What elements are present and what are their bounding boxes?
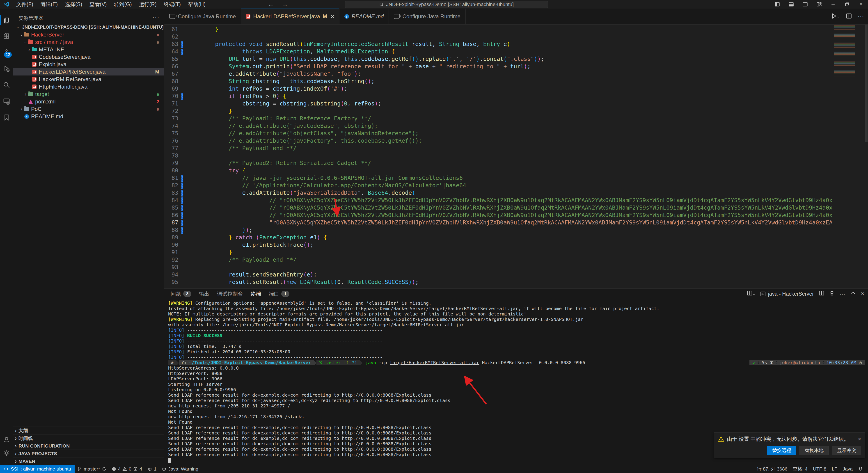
editor-more-actions-icon[interactable]: ··· — [858, 13, 864, 20]
forward-arrow-icon[interactable]: → — [282, 1, 288, 8]
encoding[interactable]: UTF-8 — [810, 465, 829, 473]
java-status[interactable]: Java: Warning — [159, 465, 201, 473]
java-cup-icon — [162, 467, 166, 471]
tree-item[interactable]: ⌄src / main / java — [13, 38, 164, 46]
panel-tab-端口[interactable]: 端口1 — [266, 289, 292, 299]
tree-item[interactable]: ⌄HackerServer — [13, 31, 164, 38]
branch-status[interactable]: master* — [74, 465, 109, 473]
menu-item[interactable]: 转到(G) — [110, 0, 135, 8]
layout-customize-icon[interactable] — [812, 0, 826, 8]
new-terminal-icon[interactable] — [747, 290, 755, 297]
source-control-activity-icon[interactable]: 12 — [0, 45, 13, 60]
restore-icon[interactable] — [840, 0, 854, 8]
chevron-icon: › — [15, 443, 17, 449]
tree-item[interactable]: HttpFileHandler.java — [13, 83, 164, 90]
sidebar-section-大纲[interactable]: ›大纲 — [13, 427, 164, 434]
cursor-position[interactable]: 行 87, 列 3686 — [754, 465, 790, 473]
toast-close-icon[interactable]: × — [858, 436, 861, 443]
kill-terminal-icon[interactable] — [829, 290, 835, 297]
nav-arrows: ← → — [268, 1, 288, 8]
split-terminal-icon[interactable] — [819, 290, 824, 297]
git-change-indicator — [181, 190, 183, 196]
code-editor[interactable]: 61 }6263 protected void sendResult(InMem… — [164, 25, 868, 288]
sidebar-section-MAVEN[interactable]: ›MAVEN — [13, 457, 164, 465]
code-line: 80 try { — [164, 167, 868, 175]
maximize-panel-icon[interactable] — [850, 290, 856, 297]
show-conflicts-button[interactable]: 显示冲突 — [832, 446, 861, 455]
tree-item[interactable]: ›META-INF — [13, 46, 164, 53]
toggle-panel-icon[interactable] — [784, 0, 798, 8]
replace-remote-button[interactable]: 替换远程 — [767, 446, 796, 455]
panel-more-actions-icon[interactable]: ··· — [840, 290, 845, 297]
line-number: 71 — [164, 100, 178, 107]
sidebar-section-时间线[interactable]: ›时间线 — [13, 434, 164, 442]
tree-item[interactable]: iREADME.md — [13, 113, 164, 120]
panel-tab-问题[interactable]: 问题8 — [167, 289, 194, 299]
code-line: 90 e1.printStackTrace(); — [164, 242, 868, 249]
toggle-sidebar-icon[interactable] — [770, 0, 784, 8]
eol[interactable]: LF — [829, 465, 840, 473]
menu-item[interactable]: 查看(V) — [86, 0, 111, 8]
menu-item[interactable]: 帮助(H) — [184, 0, 209, 8]
menu-item[interactable]: 文件(F) — [12, 0, 37, 8]
close-panel-icon[interactable]: × — [861, 290, 864, 297]
run-button[interactable] — [831, 13, 840, 20]
back-arrow-icon[interactable]: ← — [268, 1, 274, 8]
command-center-search[interactable]: JNDI-Exploit-Bypass-Demo [SSH: aliyun-ma… — [345, 1, 548, 8]
toggle-secondary-sidebar-icon[interactable] — [798, 0, 812, 8]
extensions-activity-icon[interactable] — [0, 29, 13, 44]
language-mode[interactable]: Java — [840, 465, 856, 473]
editor-tab[interactable]: HackerLDAPRefServer.javaM× — [241, 8, 339, 24]
menu-item[interactable]: 选择(S) — [61, 0, 86, 8]
remote-explorer-activity-icon[interactable] — [0, 94, 13, 108]
menu-item[interactable]: 终端(T) — [160, 0, 184, 8]
remote-indicator[interactable]: SSH: aliyun-machine-ubuntu — [0, 465, 74, 473]
tree-item[interactable]: HackerRMIRefServer.java — [13, 75, 164, 83]
code-line: 84 // "rO0ABXNyAC5qYXZheC5tYW5hZ2VtZW50L… — [164, 197, 868, 204]
editor-tab-bar: Configure Java RuntimeHackerLDAPRefServe… — [164, 8, 868, 25]
sidebar-section-JAVA PROJECTS[interactable]: ›JAVA PROJECTS — [13, 449, 164, 457]
tree-item[interactable]: ›target — [13, 90, 164, 98]
panel-tab-终端[interactable]: 终端 — [247, 289, 264, 299]
tree-item[interactable]: pom.xml2 — [13, 98, 164, 105]
explorer-activity-icon[interactable] — [0, 12, 13, 28]
menu-item[interactable]: 编辑(E) — [37, 0, 61, 8]
accounts-icon[interactable] — [0, 432, 13, 447]
ports-status[interactable]: 1 — [145, 465, 159, 473]
terminal-line: [INFO] BUILD SUCCESS — [168, 333, 867, 338]
editor-tab[interactable]: iREADME.md — [339, 8, 389, 24]
split-editor-icon[interactable] — [846, 13, 852, 20]
terminal-list-item[interactable]: java - HackerServer — [760, 291, 814, 297]
code-line: 81 // java -jar ysoserial-0.0.6-SNAPSHOT… — [164, 175, 868, 182]
search-activity-icon[interactable] — [0, 77, 13, 92]
minimap[interactable] — [834, 26, 855, 77]
explorer-more-actions-icon[interactable]: ··· — [152, 14, 160, 21]
settings-gear-icon[interactable] — [0, 446, 13, 461]
status-bar: SSH: aliyun-machine-ubuntu master* 4 0 4… — [0, 465, 868, 473]
panel-tab-输出[interactable]: 输出 — [196, 289, 213, 299]
panel-tab-label: 终端 — [251, 290, 261, 297]
menu-bar: 文件(F)编辑(E)选择(S)查看(V)转到(G)运行(R)终端(T)帮助(H) — [12, 0, 209, 8]
tree-item[interactable]: ›PoC — [13, 105, 164, 113]
tree-item[interactable]: CodebaseServer.java — [13, 53, 164, 61]
editor-tab[interactable]: Configure Java Runtime — [389, 8, 465, 24]
menu-item[interactable]: 运行(R) — [135, 0, 160, 8]
chevron-icon: › — [19, 106, 24, 112]
tree-item[interactable]: Exploit.java — [13, 61, 164, 68]
close-tab-icon[interactable]: × — [331, 13, 334, 20]
editor-scrollbar[interactable] — [865, 25, 868, 142]
line-number: 94 — [164, 271, 178, 278]
panel-tab-调试控制台[interactable]: 调试控制台 — [214, 289, 246, 299]
tree-item[interactable]: ⌄JNDI-EXPLOIT-BYPASS-DEMO [SSH: ALIYUN-M… — [13, 24, 164, 31]
minimize-icon[interactable] — [826, 0, 840, 8]
indentation[interactable]: 空格: 4 — [790, 465, 810, 473]
bookmarks-activity-icon[interactable] — [0, 110, 13, 125]
problems-status[interactable]: 4 0 4 — [109, 465, 145, 473]
sidebar-section-RUN CONFIGURATION[interactable]: ›RUN CONFIGURATION — [13, 442, 164, 449]
tree-item[interactable]: HackerLDAPRefServer.javaM — [13, 68, 164, 75]
close-window-icon[interactable]: × — [854, 0, 868, 8]
editor-tab[interactable]: Configure Java Runtime — [164, 8, 241, 24]
replace-local-button[interactable]: 替换本地 — [800, 446, 829, 455]
run-debug-activity-icon[interactable] — [0, 61, 13, 76]
notifications-bell-icon[interactable] — [856, 465, 866, 473]
